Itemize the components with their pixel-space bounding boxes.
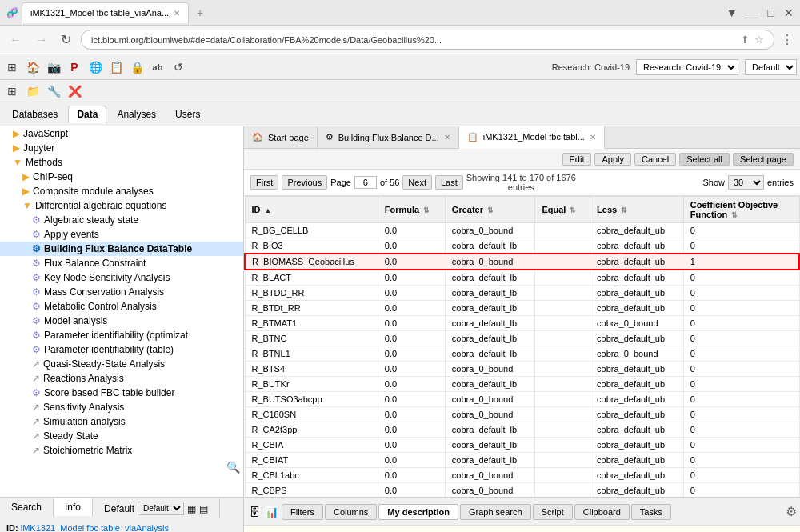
table-row[interactable]: R_BTDt_RR0.0cobra_default_lbcobra_defaul… (245, 301, 799, 316)
table-row[interactable]: R_BTDD_RR0.0cobra_default_lbcobra_defaul… (245, 286, 799, 301)
sidebar-item-param-id-table[interactable]: ⚙ Parameter identifiability (table) (0, 342, 243, 357)
table-row[interactable]: R_BTNL10.0cobra_default_lbcobra_0_bound0 (245, 346, 799, 362)
table-row[interactable]: R_BTS40.0cobra_0_boundcobra_default_ub0 (245, 362, 799, 377)
toolbar-icon-grid[interactable]: ⊞ (3, 58, 21, 76)
table-row[interactable]: R_CBPS0.0cobra_0_boundcobra_default_ub0 (245, 483, 799, 498)
toolbar-icon-refresh[interactable]: ↺ (170, 58, 187, 76)
sidebar-item-diff-alg[interactable]: ▼ Differential algebraic equations (0, 198, 243, 213)
graph-search-button[interactable]: Graph search (460, 504, 531, 520)
script-button[interactable]: Script (533, 504, 573, 520)
cancel-button[interactable]: Cancel (634, 153, 676, 166)
next-button[interactable]: Next (402, 175, 432, 190)
sidebar-item-reactions[interactable]: ↗ Reactions Analysis (0, 371, 243, 386)
back-button[interactable]: ← (6, 31, 26, 49)
apply-button[interactable]: Apply (594, 153, 631, 166)
columns-button[interactable]: Columns (325, 504, 377, 520)
forward-button[interactable]: → (32, 31, 51, 49)
table-row[interactable]: R_BIO30.0cobra_default_lbcobra_default_u… (245, 238, 799, 254)
reload-button[interactable]: ↻ (58, 30, 74, 49)
window-minimize-icon[interactable]: — (747, 6, 758, 19)
sidebar-item-quasi-steady[interactable]: ↗ Quasi-Steady-State Analysis (0, 357, 243, 371)
sidebar-item-metabolic-control[interactable]: ⚙ Metabolic Control Analysis (0, 299, 243, 314)
sidebar-item-composite[interactable]: ▶ Composite module analyses (0, 184, 243, 198)
doc-tab-building-flux[interactable]: ⚙ Building Flux Balance D... ✕ (318, 126, 459, 149)
toolbar-icon-clipboard[interactable]: 📋 (107, 58, 125, 76)
default-tab[interactable]: Default Default ▦ ▤ (93, 498, 220, 518)
toolbar2-icon-folder[interactable]: 📁 (24, 82, 42, 100)
info-id-link[interactable]: iMK1321_Model fbc table_viaAnalysis (21, 523, 169, 532)
window-close-icon[interactable]: ✕ (784, 6, 794, 19)
tab-data[interactable]: Data (68, 106, 106, 123)
table-row[interactable]: R_CBL1abc0.0cobra_0_boundcobra_default_u… (245, 468, 799, 483)
table-row[interactable]: R_BG_CELLB0.0cobra_0_boundcobra_default_… (245, 223, 799, 238)
sidebar-item-key-node[interactable]: ⚙ Key Node Sensitivity Analysis (0, 270, 243, 285)
sidebar-item-stoichiometric[interactable]: ↗ Stoichiometric Matrix (0, 443, 243, 458)
sidebar-item-flux-constraint[interactable]: ⚙ Flux Balance Constraint (0, 256, 243, 270)
table-row[interactable]: R_BUTSO3abcpp0.0cobra_0_boundcobra_defau… (245, 392, 799, 407)
table-row[interactable]: R_CBIAT0.0cobra_default_lbcobra_default_… (245, 453, 799, 468)
toolbar-icon-globe[interactable]: 🌐 (86, 58, 104, 76)
table-row[interactable]: R_BIOMASS_Geobacillus0.0cobra_0_boundcob… (245, 254, 799, 270)
filters-button[interactable]: Filters (282, 504, 323, 520)
col-less[interactable]: Less ⇅ (590, 197, 684, 223)
sidebar-item-score-based[interactable]: ⚙ Score based FBC table builder (0, 386, 243, 400)
address-box[interactable]: ict.biouml.org/bioumlweb/#de=data/Collab… (81, 30, 774, 50)
share-icon[interactable]: ⬆ (741, 34, 750, 46)
toolbar-icon-p[interactable]: P (66, 58, 83, 76)
view-icon-2[interactable]: ▤ (199, 503, 208, 514)
imk-tab-close[interactable]: ✕ (590, 133, 596, 142)
col-equal[interactable]: Equal ⇅ (535, 197, 590, 223)
info-tab[interactable]: Info (54, 498, 93, 516)
table-icon-1[interactable]: 🗄 (247, 504, 262, 520)
sidebar-item-javascript[interactable]: ▶ JavaScript (0, 126, 243, 141)
table-row[interactable]: R_CBIA0.0cobra_default_lbcobra_default_u… (245, 438, 799, 453)
sidebar-search-icon[interactable]: 🔍 (226, 461, 240, 474)
last-button[interactable]: Last (435, 175, 463, 190)
toolbar-icon-home[interactable]: 🏠 (24, 58, 42, 76)
clipboard-button[interactable]: Clipboard (574, 504, 630, 520)
toolbar-icon-text[interactable]: ab (149, 58, 166, 76)
table-row[interactable]: R_C180SN0.0cobra_0_boundcobra_default_ub… (245, 407, 799, 422)
browser-tab[interactable]: iMK1321_Model fbc table_viaAna... ✕ (22, 2, 189, 23)
sidebar-item-apply-events[interactable]: ⚙ Apply events (0, 227, 243, 242)
tab-databases[interactable]: Databases (3, 106, 66, 123)
sidebar-item-jupyter[interactable]: ▶ Jupyter (0, 141, 243, 155)
table-row[interactable]: R_CA2t3pp0.0cobra_default_lbcobra_defaul… (245, 422, 799, 438)
sidebar-item-steady-state[interactable]: ↗ Steady State (0, 429, 243, 443)
show-select[interactable]: 30 50 100 (728, 175, 764, 190)
default-tab-select[interactable]: Default (138, 502, 184, 515)
bookmark-icon[interactable]: ☆ (754, 34, 764, 46)
tasks-button[interactable]: Tasks (631, 504, 671, 520)
toolbar2-icon-close[interactable]: ❌ (66, 82, 83, 100)
previous-button[interactable]: Previous (282, 175, 327, 190)
select-all-button[interactable]: Select all (679, 153, 730, 166)
sidebar-item-methods[interactable]: ▼ Methods (0, 155, 243, 170)
sidebar-item-mass-conservation[interactable]: ⚙ Mass Conservation Analysis (0, 285, 243, 299)
window-maximize-icon[interactable]: □ (768, 6, 774, 19)
toolbar2-icon-tools[interactable]: 🔧 (45, 82, 62, 100)
building-tab-close[interactable]: ✕ (444, 133, 450, 142)
sidebar-item-simulation[interactable]: ↗ Simulation analysis (0, 414, 243, 429)
table-row[interactable]: R_BUTKr0.0cobra_default_lbcobra_default_… (245, 377, 799, 392)
tab-close-icon[interactable]: ✕ (174, 9, 180, 18)
doc-tab-imk1321[interactable]: 📋 iMK1321_Model fbc tabl... ✕ (459, 126, 605, 149)
edit-button[interactable]: Edit (562, 153, 592, 166)
toolbar-icon-camera[interactable]: 📷 (45, 58, 62, 76)
tab-analyses[interactable]: Analyses (108, 106, 165, 123)
window-collapse-icon[interactable]: ▼ (726, 6, 738, 19)
first-button[interactable]: First (250, 175, 278, 190)
select-page-button[interactable]: Select page (733, 153, 794, 166)
toolbar-icon-lock[interactable]: 🔒 (128, 58, 146, 76)
table-icon-2[interactable]: 📊 (263, 504, 280, 520)
sidebar-item-building-flux[interactable]: ⚙ Building Flux Balance DataTable (0, 242, 243, 256)
table-row[interactable]: R_BLACT0.0cobra_default_lbcobra_default_… (245, 270, 799, 286)
toolbar2-icon-grid[interactable]: ⊞ (3, 82, 21, 100)
more-options-icon[interactable]: ⋮ (781, 32, 794, 47)
new-tab-button[interactable]: + (192, 6, 208, 19)
my-description-button[interactable]: My description (378, 504, 458, 520)
sidebar-item-param-id-opt[interactable]: ⚙ Parameter identifiability (optimizat (0, 328, 243, 342)
col-formula[interactable]: Formula ⇅ (378, 197, 445, 223)
sidebar-item-algebraic[interactable]: ⚙ Algebraic steady state (0, 213, 243, 227)
page-input[interactable] (354, 176, 377, 189)
view-icon-1[interactable]: ▦ (187, 503, 196, 514)
